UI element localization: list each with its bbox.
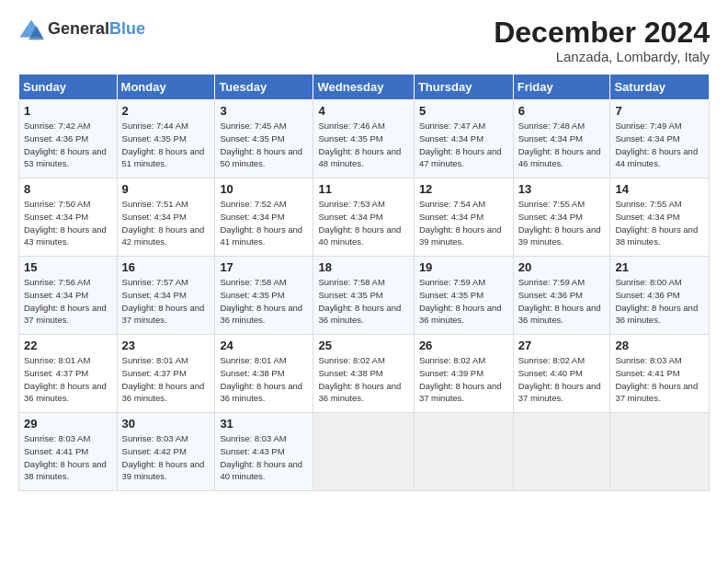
- day-number: 11: [318, 182, 408, 196]
- col-friday: Friday: [513, 75, 610, 100]
- day-cell-22: 22 Sunrise: 8:01 AMSunset: 4:37 PMDaylig…: [19, 335, 118, 413]
- col-wednesday: Wednesday: [313, 75, 414, 100]
- col-tuesday: Tuesday: [215, 75, 313, 100]
- day-info: Sunrise: 8:03 AMSunset: 4:43 PMDaylight:…: [220, 432, 308, 483]
- day-number: 21: [615, 260, 704, 274]
- day-cell-5: 5 Sunrise: 7:47 AMSunset: 4:34 PMDayligh…: [414, 100, 513, 178]
- empty-cell: [313, 413, 414, 491]
- col-sunday: Sunday: [19, 75, 118, 100]
- day-cell-10: 10 Sunrise: 7:52 AMSunset: 4:34 PMDaylig…: [215, 178, 313, 257]
- day-number: 6: [518, 104, 606, 118]
- day-info: Sunrise: 7:47 AMSunset: 4:34 PMDaylight:…: [419, 120, 508, 170]
- day-info: Sunrise: 7:55 AMSunset: 4:34 PMDaylight:…: [518, 198, 606, 248]
- empty-cell: [513, 413, 610, 491]
- week-row-1: 1 Sunrise: 7:42 AMSunset: 4:36 PMDayligh…: [19, 100, 710, 178]
- day-number: 29: [24, 417, 112, 431]
- header: GeneralBlue December 2024 Lanzada, Lomba…: [18, 17, 710, 64]
- calendar-table: Sunday Monday Tuesday Wednesday Thursday…: [18, 74, 710, 491]
- logo-blue-text: Blue: [109, 19, 145, 38]
- day-cell-27: 27 Sunrise: 8:02 AMSunset: 4:40 PMDaylig…: [513, 335, 610, 413]
- empty-cell: [414, 413, 513, 491]
- day-info: Sunrise: 7:58 AMSunset: 4:35 PMDaylight:…: [220, 276, 308, 327]
- day-info: Sunrise: 7:48 AMSunset: 4:34 PMDaylight:…: [518, 120, 606, 170]
- day-number: 30: [122, 417, 210, 431]
- day-number: 27: [518, 339, 606, 352]
- day-cell-11: 11 Sunrise: 7:53 AMSunset: 4:34 PMDaylig…: [313, 178, 414, 257]
- logo: GeneralBlue: [18, 17, 145, 42]
- day-number: 2: [122, 104, 210, 118]
- day-info: Sunrise: 7:53 AMSunset: 4:34 PMDaylight:…: [318, 198, 408, 248]
- day-number: 31: [220, 417, 308, 431]
- day-number: 23: [122, 339, 210, 352]
- logo-general-text: General: [48, 19, 109, 38]
- day-cell-24: 24 Sunrise: 8:01 AMSunset: 4:38 PMDaylig…: [215, 335, 313, 413]
- day-number: 24: [220, 339, 308, 352]
- day-number: 22: [24, 339, 112, 352]
- day-number: 14: [615, 182, 704, 196]
- calendar-header-row: Sunday Monday Tuesday Wednesday Thursday…: [19, 75, 710, 100]
- subtitle: Lanzada, Lombardy, Italy: [494, 49, 710, 64]
- empty-cell: [610, 413, 710, 491]
- day-info: Sunrise: 7:44 AMSunset: 4:35 PMDaylight:…: [122, 120, 210, 170]
- day-cell-20: 20 Sunrise: 7:59 AMSunset: 4:36 PMDaylig…: [513, 257, 610, 335]
- day-cell-18: 18 Sunrise: 7:58 AMSunset: 4:35 PMDaylig…: [313, 257, 414, 335]
- main-title: December 2024: [494, 17, 710, 49]
- day-cell-8: 8 Sunrise: 7:50 AMSunset: 4:34 PMDayligh…: [19, 178, 118, 257]
- day-number: 18: [318, 260, 408, 274]
- day-info: Sunrise: 8:02 AMSunset: 4:39 PMDaylight:…: [419, 354, 508, 405]
- day-info: Sunrise: 7:49 AMSunset: 4:34 PMDaylight:…: [615, 120, 704, 170]
- day-cell-12: 12 Sunrise: 7:54 AMSunset: 4:34 PMDaylig…: [414, 178, 513, 257]
- day-info: Sunrise: 8:01 AMSunset: 4:37 PMDaylight:…: [24, 354, 112, 405]
- day-cell-9: 9 Sunrise: 7:51 AMSunset: 4:34 PMDayligh…: [117, 178, 215, 257]
- day-cell-3: 3 Sunrise: 7:45 AMSunset: 4:35 PMDayligh…: [215, 100, 313, 178]
- col-saturday: Saturday: [610, 75, 710, 100]
- day-number: 7: [615, 104, 704, 118]
- day-cell-29: 29 Sunrise: 8:03 AMSunset: 4:41 PMDaylig…: [19, 413, 118, 491]
- day-cell-1: 1 Sunrise: 7:42 AMSunset: 4:36 PMDayligh…: [19, 100, 118, 178]
- week-row-3: 15 Sunrise: 7:56 AMSunset: 4:34 PMDaylig…: [19, 257, 710, 335]
- day-info: Sunrise: 7:59 AMSunset: 4:36 PMDaylight:…: [518, 276, 606, 327]
- day-info: Sunrise: 8:03 AMSunset: 4:41 PMDaylight:…: [615, 354, 704, 405]
- day-number: 28: [615, 339, 704, 352]
- day-number: 17: [220, 260, 308, 274]
- page: GeneralBlue December 2024 Lanzada, Lomba…: [0, 0, 728, 500]
- day-info: Sunrise: 7:58 AMSunset: 4:35 PMDaylight:…: [318, 276, 408, 327]
- day-cell-23: 23 Sunrise: 8:01 AMSunset: 4:37 PMDaylig…: [117, 335, 215, 413]
- day-info: Sunrise: 8:03 AMSunset: 4:42 PMDaylight:…: [122, 432, 210, 483]
- day-cell-26: 26 Sunrise: 8:02 AMSunset: 4:39 PMDaylig…: [414, 335, 513, 413]
- day-number: 3: [220, 104, 308, 118]
- day-info: Sunrise: 7:57 AMSunset: 4:34 PMDaylight:…: [122, 276, 210, 327]
- day-cell-21: 21 Sunrise: 8:00 AMSunset: 4:36 PMDaylig…: [610, 257, 710, 335]
- day-info: Sunrise: 7:56 AMSunset: 4:34 PMDaylight:…: [24, 276, 112, 327]
- day-cell-16: 16 Sunrise: 7:57 AMSunset: 4:34 PMDaylig…: [117, 257, 215, 335]
- day-number: 1: [24, 104, 112, 118]
- day-cell-28: 28 Sunrise: 8:03 AMSunset: 4:41 PMDaylig…: [610, 335, 710, 413]
- day-cell-13: 13 Sunrise: 7:55 AMSunset: 4:34 PMDaylig…: [513, 178, 610, 257]
- day-cell-2: 2 Sunrise: 7:44 AMSunset: 4:35 PMDayligh…: [117, 100, 215, 178]
- day-cell-6: 6 Sunrise: 7:48 AMSunset: 4:34 PMDayligh…: [513, 100, 610, 178]
- day-number: 26: [419, 339, 508, 352]
- col-monday: Monday: [117, 75, 215, 100]
- day-number: 16: [122, 260, 210, 274]
- day-info: Sunrise: 7:50 AMSunset: 4:34 PMDaylight:…: [24, 198, 112, 248]
- day-info: Sunrise: 7:46 AMSunset: 4:35 PMDaylight:…: [318, 120, 408, 170]
- day-cell-30: 30 Sunrise: 8:03 AMSunset: 4:42 PMDaylig…: [117, 413, 215, 491]
- day-number: 15: [24, 260, 112, 274]
- day-number: 10: [220, 182, 308, 196]
- day-number: 5: [419, 104, 508, 118]
- day-number: 13: [518, 182, 606, 196]
- day-info: Sunrise: 7:42 AMSunset: 4:36 PMDaylight:…: [24, 120, 112, 170]
- day-info: Sunrise: 8:01 AMSunset: 4:38 PMDaylight:…: [220, 354, 308, 405]
- day-info: Sunrise: 8:00 AMSunset: 4:36 PMDaylight:…: [615, 276, 704, 327]
- week-row-5: 29 Sunrise: 8:03 AMSunset: 4:41 PMDaylig…: [19, 413, 710, 491]
- day-number: 20: [518, 260, 606, 274]
- day-cell-15: 15 Sunrise: 7:56 AMSunset: 4:34 PMDaylig…: [19, 257, 118, 335]
- logo-icon: [18, 17, 44, 42]
- day-cell-17: 17 Sunrise: 7:58 AMSunset: 4:35 PMDaylig…: [215, 257, 313, 335]
- day-cell-14: 14 Sunrise: 7:55 AMSunset: 4:34 PMDaylig…: [610, 178, 710, 257]
- day-cell-31: 31 Sunrise: 8:03 AMSunset: 4:43 PMDaylig…: [215, 413, 313, 491]
- day-info: Sunrise: 8:01 AMSunset: 4:37 PMDaylight:…: [122, 354, 210, 405]
- week-row-2: 8 Sunrise: 7:50 AMSunset: 4:34 PMDayligh…: [19, 178, 710, 257]
- day-number: 25: [318, 339, 408, 352]
- day-number: 12: [419, 182, 508, 196]
